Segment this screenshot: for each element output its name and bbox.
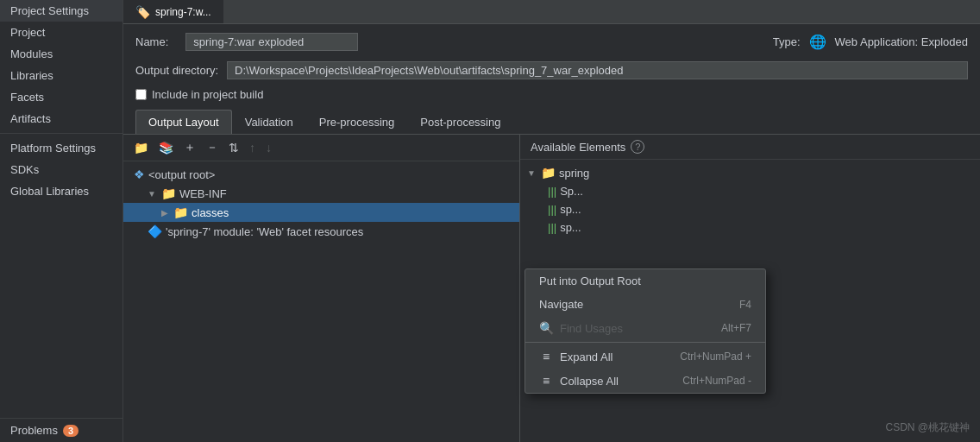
classes-folder-icon: 📁 <box>173 205 188 219</box>
avail-item1-label: Sp... <box>560 185 583 198</box>
ctx-find-usages-label: Find Usages <box>560 322 623 335</box>
ctx-navigate[interactable]: Navigate F4 <box>525 293 765 316</box>
web-inf-label: WEB-INF <box>179 187 227 200</box>
output-dir-label: Output directory: <box>135 64 218 77</box>
sidebar-item-platform-settings[interactable]: Platform Settings <box>0 137 122 159</box>
name-value: spring-7:war exploded <box>185 33 358 51</box>
spring-arrow: ▼ <box>527 168 536 178</box>
output-dir-row: Output directory: <box>123 58 980 83</box>
avail-item2-label: sp... <box>560 203 581 216</box>
ctx-expand-all-shortcut: Ctrl+NumPad + <box>680 350 751 363</box>
sidebar-item-libraries[interactable]: Libraries <box>0 65 122 86</box>
sidebar-item-project-settings[interactable]: Project Settings <box>0 0 122 22</box>
artifact-tab-icon: 🏷️ <box>135 5 150 19</box>
add-button[interactable]: ＋ <box>180 138 199 157</box>
tab-validation[interactable]: Validation <box>232 110 306 134</box>
tree-item-classes[interactable]: ▶ 📁 classes <box>123 203 519 222</box>
sidebar-item-sdks[interactable]: SDKs <box>0 159 122 180</box>
classes-arrow: ▶ <box>161 208 168 218</box>
avail-item-3[interactable]: ||| sp... <box>520 218 980 237</box>
tab-post-processing[interactable]: Post-processing <box>407 110 513 134</box>
add-library-button[interactable]: 📚 <box>155 139 177 156</box>
content-tabs: Output Layout Validation Pre-processing … <box>123 106 980 135</box>
include-build-row: Include in project build <box>123 83 980 106</box>
include-build-label: Include in project build <box>152 88 263 101</box>
ctx-expand-all[interactable]: ≡ Expand All Ctrl+NumPad + <box>525 344 765 369</box>
artifact-tree-pane: 📁 📚 ＋ － ⇅ ↑ ↓ ❖ <output root> ▼ <box>123 135 520 442</box>
sidebar-item-project[interactable]: Project <box>0 22 122 43</box>
ctx-expand-all-label: Expand All <box>560 350 612 363</box>
sidebar-item-modules[interactable]: Modules <box>0 43 122 65</box>
type-label: Type: <box>773 35 801 48</box>
ctx-collapse-all-label: Collapse All <box>560 375 619 388</box>
find-usages-icon: 🔍 <box>539 321 553 335</box>
web-facet-icon: 🔷 <box>148 224 162 238</box>
available-elements-title: Available Elements <box>531 141 625 154</box>
sidebar-divider <box>0 133 122 134</box>
avail-item-1[interactable]: ||| Sp... <box>520 182 980 200</box>
help-icon[interactable]: ? <box>631 140 644 154</box>
available-elements-header: Available Elements ? <box>520 135 980 160</box>
ctx-navigate-shortcut: F4 <box>739 299 751 311</box>
tab-pre-processing[interactable]: Pre-processing <box>306 110 407 134</box>
tree-item-output-root[interactable]: ❖ <output root> <box>123 165 519 184</box>
avail-item-spring[interactable]: ▼ 📁 spring <box>520 163 980 182</box>
include-build-checkbox[interactable] <box>135 89 147 100</box>
web-inf-folder-icon: 📁 <box>161 186 176 200</box>
classes-label: classes <box>192 206 229 219</box>
sidebar-item-facets[interactable]: Facets <box>0 86 122 108</box>
avail-item2-icon: ||| <box>548 203 556 216</box>
context-menu: Put into Output Root Navigate F4 🔍 Find … <box>525 268 766 394</box>
web-inf-arrow: ▼ <box>148 189 156 199</box>
expand-all-icon: ≡ <box>539 350 553 363</box>
avail-item1-icon: ||| <box>548 185 556 198</box>
sidebar-item-global-libraries[interactable]: Global Libraries <box>0 180 122 202</box>
web-app-icon: 🌐 <box>809 34 826 50</box>
sidebar-bottom: Problems 3 <box>0 418 122 442</box>
avail-item3-icon: ||| <box>548 221 556 234</box>
output-dir-input[interactable] <box>227 61 968 79</box>
output-root-label: <output root> <box>148 168 215 181</box>
type-section: Type: 🌐 Web Application: Exploded <box>773 34 968 50</box>
name-row: Name: spring-7:war exploded Type: 🌐 Web … <box>123 24 980 58</box>
spring-folder-icon: 📁 <box>541 166 556 180</box>
spring-label: spring <box>559 167 589 180</box>
main-panel: 🏷️ spring-7:w... Name: spring-7:war expl… <box>123 0 980 442</box>
problems-panel[interactable]: Problems 3 <box>0 419 122 442</box>
output-root-icon: ❖ <box>134 167 145 181</box>
name-label: Name: <box>135 35 168 48</box>
add-folder-button[interactable]: 📁 <box>130 139 152 156</box>
tree-item-web-inf[interactable]: ▼ 📁 WEB-INF <box>123 184 519 203</box>
ctx-navigate-label: Navigate <box>539 298 583 311</box>
type-value: Web Application: Exploded <box>835 35 968 48</box>
web-facet-label: 'spring-7' module: 'Web' facet resources <box>166 225 363 238</box>
tree-toolbar: 📁 📚 ＋ － ⇅ ↑ ↓ <box>123 135 519 161</box>
watermark: CSDN @桃花键神 <box>885 420 970 435</box>
problems-badge: 3 <box>63 425 79 437</box>
ctx-collapse-all-shortcut: Ctrl+NumPad - <box>682 375 751 387</box>
avail-item3-label: sp... <box>560 221 581 234</box>
move-up-button[interactable]: ↑ <box>246 139 259 156</box>
avail-item-2[interactable]: ||| sp... <box>520 200 980 218</box>
problems-label: Problems <box>10 424 58 437</box>
move-down-button[interactable]: ↓ <box>262 139 275 156</box>
ctx-find-usages[interactable]: 🔍 Find Usages Alt+F7 <box>525 316 765 340</box>
artifact-tab-label: spring-7:w... <box>155 6 211 18</box>
artifact-tab[interactable]: 🏷️ spring-7:w... <box>123 0 224 23</box>
ctx-put-into-output-label: Put into Output Root <box>539 275 641 287</box>
ctx-find-usages-shortcut: Alt+F7 <box>721 322 751 334</box>
tab-output-layout[interactable]: Output Layout <box>135 110 232 134</box>
sidebar-item-artifacts[interactable]: Artifacts <box>0 108 122 129</box>
split-pane: 📁 📚 ＋ － ⇅ ↑ ↓ ❖ <output root> ▼ <box>123 135 980 442</box>
collapse-all-icon: ≡ <box>539 374 553 388</box>
tab-bar: 🏷️ spring-7:w... <box>123 0 980 24</box>
ctx-put-into-output[interactable]: Put into Output Root <box>525 269 765 293</box>
tree-item-web-facet[interactable]: 🔷 'spring-7' module: 'Web' facet resourc… <box>123 222 519 241</box>
sort-button[interactable]: ⇅ <box>225 139 242 156</box>
ctx-collapse-all[interactable]: ≡ Collapse All Ctrl+NumPad - <box>525 369 765 393</box>
remove-button[interactable]: － <box>203 138 222 157</box>
tree-content: ❖ <output root> ▼ 📁 WEB-INF ▶ 📁 classes <box>123 161 519 442</box>
sidebar: Project Settings Project Modules Librari… <box>0 0 123 442</box>
ctx-divider <box>525 342 765 343</box>
